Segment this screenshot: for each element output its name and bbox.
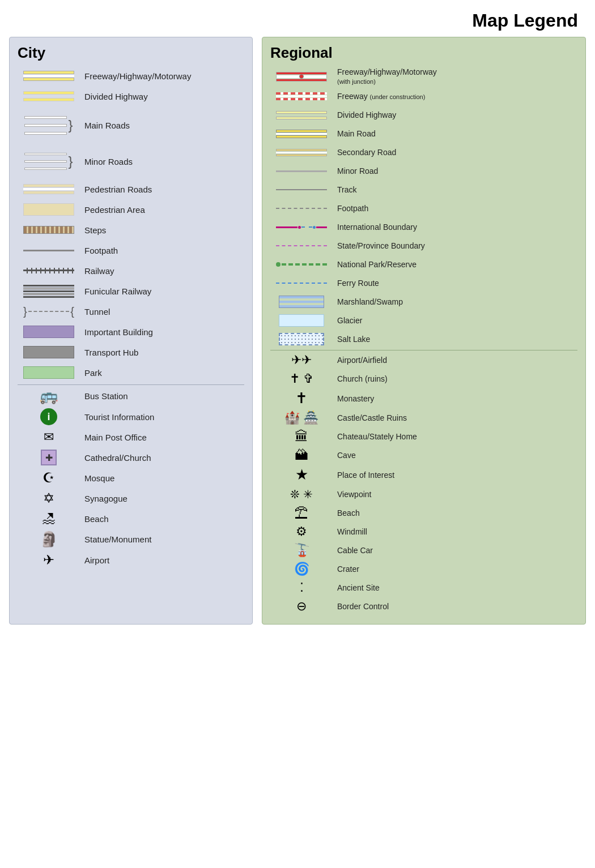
- list-item: Divided Highway: [270, 107, 577, 123]
- reg-windmill-label: Windmill: [333, 527, 577, 536]
- list-item: National Park/Reserve: [270, 256, 577, 272]
- reg-secondary-road-icon: [270, 149, 333, 156]
- list-item: Track: [270, 182, 577, 198]
- reg-intl-boundary-label: International Boundary: [333, 223, 577, 232]
- main-roads-label: Main Roads: [80, 121, 130, 130]
- pedestrian-roads-label: Pedestrian Roads: [80, 185, 152, 194]
- tourist-info-icon: i: [18, 408, 80, 425]
- list-item: ✝ Monastery: [270, 390, 577, 407]
- tunnel-icon: } {: [18, 305, 80, 318]
- reg-footpath-icon: [270, 208, 333, 209]
- list-item: Freeway (under construction): [270, 88, 577, 104]
- reg-main-road-label: Main Road: [333, 129, 577, 138]
- reg-national-park-label: National Park/Reserve: [333, 260, 577, 269]
- list-item: ⛱ Beach: [270, 505, 577, 521]
- regional-panel: Regional Freeway/Highway/Motorway(with j…: [262, 37, 586, 625]
- beach-city-label: Beach: [80, 514, 109, 524]
- reg-beach-label: Beach: [333, 508, 577, 518]
- list-item: Minor Road: [270, 163, 577, 179]
- reg-monastery-label: Monastery: [333, 394, 577, 403]
- reg-monastery-icon: ✝: [270, 390, 333, 407]
- list-item: Funicular Railway: [18, 283, 244, 300]
- reg-chateau-icon: 🏛: [270, 429, 333, 444]
- list-item: } Main Roads: [18, 108, 244, 142]
- reg-ferry-icon: [270, 283, 333, 284]
- list-item: Glacier: [270, 313, 577, 328]
- divided-highway-city-label: Divided Highway: [80, 92, 148, 101]
- reg-cave-icon: 🏔: [270, 447, 333, 463]
- reg-ancient-site-label: Ancient Site: [333, 583, 577, 592]
- railway-label: Railway: [80, 266, 114, 276]
- pedestrian-roads-icon: [18, 184, 80, 194]
- freeway-city-icon: [18, 71, 80, 81]
- reg-border-control-icon: ⊖: [270, 599, 333, 614]
- list-item: 🏰 🏯 Castle/Castle Ruins: [270, 410, 577, 426]
- reg-salt-lake-icon: [270, 333, 333, 345]
- list-item: ★ Place of Interest: [270, 466, 577, 484]
- reg-ferry-label: Ferry Route: [333, 279, 577, 288]
- list-item: ✉ Main Post Office: [18, 429, 244, 446]
- cathedral-church-label: Cathedral/Church: [80, 453, 151, 463]
- list-item: Footpath: [18, 242, 244, 259]
- reg-state-boundary-icon: [270, 245, 333, 246]
- transport-hub-icon: [18, 346, 80, 358]
- footpath-city-icon: [18, 250, 80, 251]
- reg-intl-boundary-icon: [270, 226, 333, 229]
- reg-track-icon: [270, 189, 333, 190]
- reg-freeway-label: Freeway/Highway/Motorway(with junction): [333, 67, 577, 85]
- list-item: ✈ Airport: [18, 551, 244, 568]
- reg-castle-icon: 🏰 🏯: [270, 411, 333, 425]
- reg-track-label: Track: [333, 185, 577, 194]
- reg-ancient-site-icon: ⁚: [270, 580, 333, 595]
- airport-city-icon: ✈: [18, 552, 80, 568]
- list-item: Park: [18, 364, 244, 381]
- freeway-city-label: Freeway/Highway/Motorway: [80, 71, 191, 81]
- city-title: City: [18, 44, 244, 62]
- important-building-icon: [18, 326, 80, 338]
- reg-secondary-road-label: Secondary Road: [333, 148, 577, 157]
- minor-roads-icon: }: [18, 153, 80, 170]
- city-panel: City Freeway/Highway/Motorway D: [9, 37, 253, 625]
- reg-freeway-icon: [270, 72, 333, 82]
- synagogue-icon: ✡: [18, 490, 80, 506]
- steps-icon: [18, 226, 80, 234]
- reg-cable-car-icon: 🚡: [270, 543, 333, 558]
- list-item: ⊖ Border Control: [270, 598, 577, 614]
- reg-freeway-construction-icon: [270, 92, 333, 100]
- reg-cave-label: Cave: [333, 451, 577, 460]
- list-item: ☪ Mosque: [18, 469, 244, 486]
- reg-church-icon: ✝ ✞: [270, 371, 333, 386]
- list-item: 🏛 Chateau/Stately Home: [270, 429, 577, 444]
- list-item: ✡ Synagogue: [18, 490, 244, 507]
- list-item: International Boundary: [270, 219, 577, 235]
- list-item: Pedestrian Roads: [18, 181, 244, 198]
- reg-national-park-icon: [270, 262, 333, 267]
- reg-main-road-icon: [270, 130, 333, 138]
- list-item: ⚙ Windmill: [270, 524, 577, 540]
- railway-icon: [18, 267, 80, 275]
- list-item: Ferry Route: [270, 275, 577, 291]
- reg-castle-label: Castle/Castle Ruins: [333, 413, 577, 422]
- reg-viewpoint-label: Viewpoint: [333, 490, 577, 499]
- list-item: ❊ ✳ Viewpoint: [270, 486, 577, 502]
- reg-crater-icon: 🌀: [270, 562, 333, 576]
- reg-beach-icon: ⛱: [270, 505, 333, 521]
- list-item: Railway: [18, 262, 244, 279]
- list-item: ⁚ Ancient Site: [270, 580, 577, 596]
- list-item: Freeway/Highway/Motorway(with junction): [270, 67, 577, 85]
- reg-church-label: Church (ruins): [333, 374, 577, 383]
- list-item: 🏔 Cave: [270, 447, 577, 463]
- main-post-office-icon: ✉: [18, 430, 80, 444]
- minor-roads-label: Minor Roads: [80, 157, 133, 166]
- cathedral-church-icon: ✚: [18, 450, 80, 465]
- transport-hub-label: Transport Hub: [80, 348, 138, 357]
- legend-container: City Freeway/Highway/Motorway D: [0, 37, 595, 636]
- reg-viewpoint-icon: ❊ ✳: [270, 488, 333, 501]
- funicular-railway-icon: [18, 285, 80, 298]
- reg-state-boundary-label: State/Province Boundary: [333, 241, 577, 250]
- reg-freeway-construction-label: Freeway (under construction): [333, 92, 577, 101]
- pedestrian-area-icon: [18, 203, 80, 216]
- divided-highway-city-icon: [18, 91, 80, 101]
- list-item: Marshland/Swamp: [270, 294, 577, 310]
- list-item: } Minor Roads: [18, 146, 244, 177]
